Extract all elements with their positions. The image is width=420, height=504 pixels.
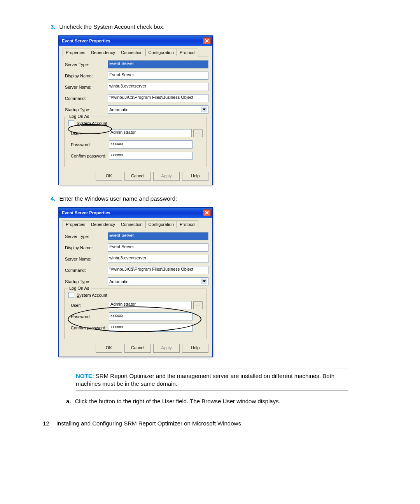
fieldset-logon: Log On As System Account User: Administr… xyxy=(64,117,207,167)
apply-button[interactable]: Apply xyxy=(153,344,180,353)
fieldset-logon: Log On As System Account User: Administr… xyxy=(64,289,207,339)
help-button[interactable]: Help xyxy=(182,172,208,181)
titlebar[interactable]: Event Server Properties xyxy=(59,36,212,46)
titlebar[interactable]: Event Server Properties xyxy=(59,208,212,218)
label-password: Password: xyxy=(68,314,109,319)
ok-button[interactable]: OK xyxy=(96,172,122,181)
tab-dependency[interactable]: Dependency xyxy=(88,49,118,56)
label-user: User: xyxy=(68,131,109,136)
legend-logon: Log On As xyxy=(68,286,91,290)
page-footer: 12 Installing and Configuring SRM Report… xyxy=(43,420,377,427)
substep-number: a. xyxy=(66,398,71,404)
step-4: 4. Enter the Windows user name and passw… xyxy=(51,195,377,202)
note-text: SRM Report Optimizer and the management … xyxy=(76,373,334,387)
tab-connection[interactable]: Connection xyxy=(118,220,146,228)
step-3: 3. Uncheck the System Account check box. xyxy=(51,23,377,30)
label-confirm: Confirm password: xyxy=(68,326,109,330)
step-text: Uncheck the System Account check box. xyxy=(60,23,165,30)
tab-properties[interactable]: Properties xyxy=(63,49,88,56)
label-server-type: Server Type: xyxy=(63,234,108,239)
input-server-name[interactable]: winbu3.eventserver xyxy=(108,255,208,263)
input-user[interactable]: Administrator xyxy=(109,301,192,309)
close-icon[interactable] xyxy=(203,37,211,44)
tab-connection[interactable]: Connection xyxy=(118,49,146,56)
tab-protocol[interactable]: Protocol xyxy=(177,220,198,228)
input-password[interactable]: xxxxxx xyxy=(109,312,192,320)
label-display-name: Display Name: xyxy=(63,245,108,250)
label-confirm: Confirm password: xyxy=(68,154,109,158)
close-icon[interactable] xyxy=(203,209,211,216)
input-confirm[interactable]: xxxxxx xyxy=(109,324,192,332)
input-server-type[interactable]: Event Server xyxy=(108,60,208,68)
input-command[interactable]: "\\winbu3\C$\Program Files\Business Obje… xyxy=(108,266,208,274)
note-block: NOTE: SRM Report Optimizer and the manag… xyxy=(76,369,348,391)
label-server-name: Server Name: xyxy=(63,85,108,89)
label-password: Password: xyxy=(68,142,109,147)
select-startup-type[interactable]: Automatic xyxy=(108,105,208,114)
tabstrip: Properties Dependency Connection Configu… xyxy=(63,220,208,228)
note-label: NOTE: xyxy=(76,373,94,379)
label-server-type: Server Type: xyxy=(63,62,108,67)
input-command[interactable]: "\\winbu3\C$\Program Files\Business Obje… xyxy=(108,94,208,102)
substep-a: a. Click the button to the right of the … xyxy=(66,398,377,404)
checkbox-system-account[interactable] xyxy=(68,120,74,126)
chevron-down-icon xyxy=(201,278,207,284)
browse-user-button[interactable]: ... xyxy=(193,130,203,137)
cancel-button[interactable]: Cancel xyxy=(124,344,151,353)
legend-logon: Log On As xyxy=(68,114,91,119)
input-confirm[interactable]: xxxxxx xyxy=(109,152,192,160)
apply-button[interactable]: Apply xyxy=(153,172,180,181)
cancel-button[interactable]: Cancel xyxy=(124,172,151,181)
label-command: Command: xyxy=(63,96,108,101)
label-system-account: System Account xyxy=(77,121,107,126)
select-startup-type[interactable]: Automatic xyxy=(108,277,208,285)
tab-properties[interactable]: Properties xyxy=(63,220,88,228)
tabstrip: Properties Dependency Connection Configu… xyxy=(63,48,208,56)
checkbox-system-account[interactable] xyxy=(68,292,74,298)
label-startup-type: Startup Type: xyxy=(63,107,108,112)
label-user: User: xyxy=(68,303,109,308)
browse-user-button[interactable]: ... xyxy=(193,301,203,309)
page-number: 12 xyxy=(43,420,49,427)
tab-dependency[interactable]: Dependency xyxy=(88,220,118,228)
input-password[interactable]: xxxxxx xyxy=(109,140,192,149)
substep-text: Click the button to the right of the Use… xyxy=(75,398,280,404)
chevron-down-icon xyxy=(201,107,207,112)
ok-button[interactable]: OK xyxy=(96,344,122,353)
label-server-name: Server Name: xyxy=(63,257,108,261)
dialog-title: Event Server Properties xyxy=(62,38,110,43)
footer-title: Installing and Configuring SRM Report Op… xyxy=(56,420,241,427)
step-number: 3. xyxy=(51,23,56,30)
label-display-name: Display Name: xyxy=(63,74,108,78)
input-display-name[interactable]: Event Server xyxy=(108,72,208,80)
dialog-title: Event Server Properties xyxy=(62,210,110,215)
tab-configuration[interactable]: Configuration xyxy=(145,49,177,56)
input-display-name[interactable]: Event Server xyxy=(108,243,208,252)
dialog-event-server-properties-2: Event Server Properties Properties Depen… xyxy=(58,207,213,357)
help-button[interactable]: Help xyxy=(182,344,208,353)
label-system-account: System Account xyxy=(77,293,107,298)
step-text: Enter the Windows user name and password… xyxy=(60,195,177,202)
input-server-type[interactable]: Event Server xyxy=(108,232,208,240)
tab-protocol[interactable]: Protocol xyxy=(177,49,198,56)
step-number: 4. xyxy=(51,195,56,202)
input-user[interactable]: Administrator xyxy=(109,129,192,137)
label-command: Command: xyxy=(63,268,108,273)
input-server-name[interactable]: winbu3.eventserver xyxy=(108,83,208,91)
tab-configuration[interactable]: Configuration xyxy=(145,220,177,228)
dialog-event-server-properties: Event Server Properties Properties Depen… xyxy=(58,35,213,185)
label-startup-type: Startup Type: xyxy=(63,279,108,284)
